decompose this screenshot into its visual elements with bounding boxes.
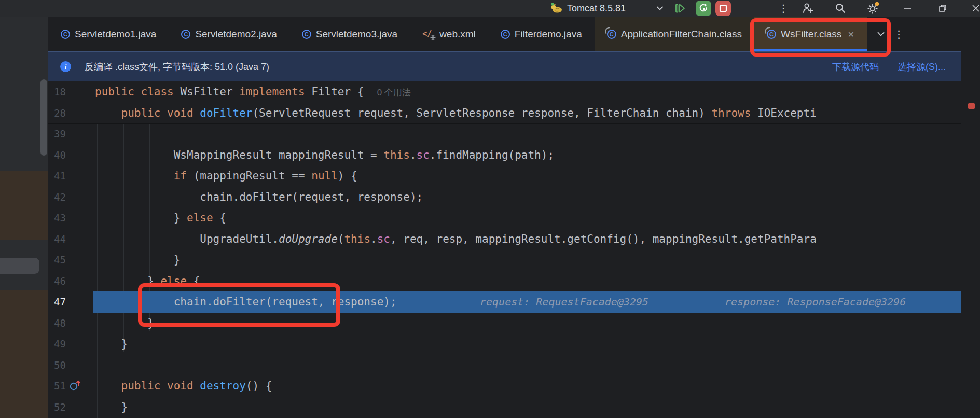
chevron-down-icon[interactable]	[877, 32, 885, 36]
tab-label: Servletdemo3.java	[316, 29, 397, 40]
code-line-52[interactable]: 52 }	[0, 397, 961, 418]
code-area[interactable]: 3940 WsMappingResult mappingResult = thi…	[0, 123, 961, 418]
banner-link-0[interactable]: 下载源代码	[832, 61, 879, 73]
code-text: }	[95, 313, 154, 334]
tab-label: Filterdemo.java	[515, 29, 582, 40]
inline-debug-value: request: RequestFacade@3295	[480, 291, 648, 313]
code-text: }	[95, 249, 180, 271]
project-panel-strip[interactable]	[0, 17, 48, 418]
decompiler-banner: i 反编译 .class文件, 字节码版本: 51.0 (Java 7) 下载源…	[48, 51, 961, 81]
tab-servletdemo1-java[interactable]: CServletdemo1.java	[48, 17, 169, 51]
banner-links: 下载源代码选择源(S)...	[832, 61, 946, 73]
close-icon[interactable]	[971, 0, 980, 17]
tab-wsfilter-class[interactable]: CWsFilter.class×	[754, 17, 866, 51]
code-text: UpgradeUtil.doUpgrade(this.sc, req, resp…	[95, 229, 817, 250]
settings-gear-icon[interactable]	[866, 0, 880, 17]
tab-filterdemo-java[interactable]: CFilterdemo.java	[488, 17, 595, 51]
decompiled-mark	[764, 26, 771, 33]
panel-scrollbar[interactable]	[40, 79, 47, 156]
override-up-icon[interactable]	[69, 379, 82, 393]
code-text: WsMappingResult mappingResult = this.sc.…	[95, 145, 554, 166]
add-user-icon[interactable]	[802, 0, 815, 17]
code-line-45[interactable]: 45 }	[0, 249, 961, 271]
code-line-18[interactable]: 18public class WsFilter implements Filte…	[0, 81, 961, 103]
run-configuration-selector[interactable]: Tomcat 8.5.81	[567, 0, 626, 17]
tab-servletdemo2-java[interactable]: CServletdemo2.java	[169, 17, 289, 51]
code-text: } else {	[95, 207, 226, 229]
code-text: chain.doFilter(request, response);	[95, 187, 423, 208]
xml-file-icon: </	[422, 29, 435, 39]
code-line-49[interactable]: 49 }	[0, 333, 961, 355]
tab-applicationfilterchain-class[interactable]: CApplicationFilterChain.class	[595, 17, 754, 51]
code-text: public void destroy() {	[95, 375, 272, 397]
restore-icon[interactable]	[938, 0, 947, 17]
decompiled-class-icon: C	[607, 30, 616, 39]
stop-button[interactable]	[715, 1, 731, 16]
inline-debug-value: response: ResponseFacade@3296	[725, 291, 906, 313]
code-text: } else {	[95, 271, 200, 292]
intellij-window: Tomcat 8.5.81 ⋮	[0, 0, 980, 418]
java-class-icon: C	[181, 30, 190, 39]
code-text: public class WsFilter implements Filter …	[95, 81, 411, 104]
info-icon: i	[60, 61, 71, 72]
globe-icon	[430, 35, 436, 40]
tab-label: ApplicationFilterChain.class	[621, 29, 742, 40]
error-stripe-marker	[968, 103, 975, 109]
minimize-icon[interactable]	[903, 0, 912, 17]
panel-selected-block[interactable]	[0, 171, 48, 240]
code-line-47[interactable]: 47 chain.doFilter(request, response);req…	[0, 291, 961, 313]
code-line-28[interactable]: 28 public void doFilter(ServletRequest r…	[0, 103, 961, 124]
decompiled-class-icon: C	[767, 30, 776, 39]
tab-servletdemo3-java[interactable]: CServletdemo3.java	[289, 17, 410, 51]
code-line-40[interactable]: 40 WsMappingResult mappingResult = this.…	[0, 145, 961, 166]
chevron-down-icon[interactable]	[657, 0, 663, 17]
tomcat-icon	[550, 0, 563, 17]
sticky-context-lines: 18public class WsFilter implements Filte…	[0, 81, 961, 124]
code-line-48[interactable]: 48 }	[0, 313, 961, 334]
code-text: if (mappingResult == null) {	[95, 165, 357, 187]
java-class-icon: C	[302, 30, 311, 39]
tab-web-xml[interactable]: </web.xml	[410, 17, 488, 51]
panel-hover-item[interactable]	[0, 258, 39, 274]
code-line-44[interactable]: 44 UpgradeUtil.doUpgrade(this.sc, req, r…	[0, 229, 961, 250]
code-line-42[interactable]: 42 chain.doFilter(request, response);	[0, 187, 961, 208]
code-line-46[interactable]: 46 } else {	[0, 271, 961, 292]
resume-debug-icon[interactable]	[674, 0, 686, 17]
editor-tab-bar: CServletdemo1.javaCServletdemo2.javaCSer…	[48, 17, 980, 51]
restart-server-button[interactable]	[696, 1, 711, 16]
java-class-icon: C	[61, 30, 70, 39]
code-line-51[interactable]: 51 public void destroy() {	[0, 375, 961, 397]
title-bar: Tomcat 8.5.81 ⋮	[0, 0, 980, 17]
more-actions-icon[interactable]: ⋮	[778, 0, 789, 17]
code-line-43[interactable]: 43 } else {	[0, 207, 961, 229]
decompiled-mark	[604, 26, 611, 33]
code-line-41[interactable]: 41 if (mappingResult == null) {	[0, 165, 961, 187]
java-class-icon: C	[501, 30, 510, 39]
run-configuration-label: Tomcat 8.5.81	[567, 3, 626, 14]
tab-list: CServletdemo1.javaCServletdemo2.javaCSer…	[48, 17, 867, 51]
panel-selected-block[interactable]	[0, 290, 48, 418]
tab-label: Servletdemo2.java	[195, 29, 277, 40]
tab-label: web.xml	[439, 29, 476, 40]
code-text: }	[95, 397, 128, 418]
tab-label: WsFilter.class	[781, 29, 841, 40]
search-icon[interactable]	[834, 0, 847, 17]
code-text: }	[95, 333, 128, 355]
code-text: public void doFilter(ServletRequest requ…	[95, 103, 817, 124]
tab-label: Servletdemo1.java	[75, 29, 156, 40]
code-line-39[interactable]: 39	[0, 123, 961, 145]
tab-options-icon[interactable]: ⋮	[894, 28, 904, 40]
close-icon[interactable]: ×	[848, 29, 854, 39]
code-text: chain.doFilter(request, response);	[95, 291, 397, 313]
banner-message: 反编译 .class文件, 字节码版本: 51.0 (Java 7)	[85, 61, 269, 73]
code-line-50[interactable]: 50	[0, 355, 961, 376]
banner-link-1[interactable]: 选择源(S)...	[898, 61, 946, 73]
